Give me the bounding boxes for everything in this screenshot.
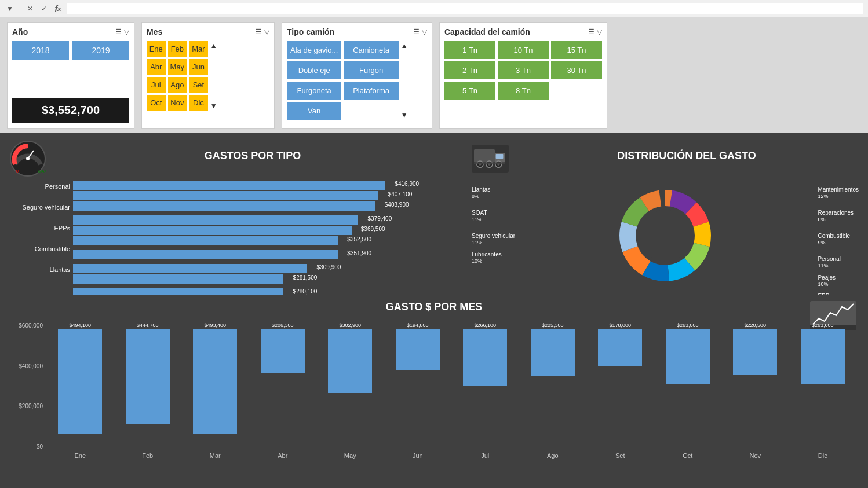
svg-rect-15 [474, 162, 505, 163]
vbar-fill-ago [531, 329, 575, 376]
truck-type-doble-eje-btn[interactable]: Doble eje [287, 61, 341, 79]
month-filter-funnel-icon[interactable]: ▽ [264, 28, 269, 36]
filters-area: Año ☰ ▽ 2018 2019 $3,552,700 Mes ☰ ▽ Ene… [0, 17, 868, 133]
month-nov-btn[interactable]: Nov [168, 95, 187, 111]
donut-label-llantas: Llantas8% [472, 186, 515, 199]
vbar-val-nov: $220,500 [744, 322, 766, 328]
truck-type-furgoneta-btn[interactable]: Furgoneta [287, 82, 341, 100]
label-combustible: Combustible [9, 243, 70, 255]
year-2019-button[interactable]: 2019 [72, 41, 129, 60]
capacity-list-icon[interactable]: ☰ [588, 28, 595, 36]
gastos-por-tipo-chart: 0 MAX GASTOS POR TIPO Personal Seguro ve… [0, 133, 462, 295]
formula-icon[interactable]: fx [53, 3, 63, 14]
hbar-chart-area: Personal Seguro vehicular EPPs Combustib… [9, 181, 453, 306]
close-icon[interactable]: ✕ [25, 3, 35, 14]
month-ene-btn[interactable]: Ene [147, 41, 166, 57]
bar-val-7: $351,900 [347, 250, 371, 256]
label-personal: Personal [9, 181, 70, 192]
month-may-btn[interactable]: May [168, 59, 187, 75]
bar-val-4: $379,400 [368, 215, 392, 222]
vbar-fill-oct [666, 329, 710, 384]
year-filter-list-icon[interactable]: ☰ [115, 28, 122, 36]
truck-type-plataforma-btn[interactable]: Plataforma [344, 82, 398, 100]
month-set-btn[interactable]: Set [189, 77, 208, 93]
truck-scroll-down-icon[interactable]: ▼ [401, 112, 408, 119]
vbar-x-axis: Ene Feb Mar Abr May Jun Jul Ago Set Oct … [46, 452, 856, 459]
vbar-ene: $494,100 [46, 322, 114, 450]
bar-val-5: $369,500 [361, 226, 385, 232]
truck-scroll-up-icon[interactable]: ▲ [401, 42, 408, 49]
truck-type-van-btn[interactable]: Van [287, 102, 341, 120]
vbar-jun: $194,800 [384, 322, 452, 450]
capacity-3tn-btn[interactable]: 3 Tn [498, 61, 549, 79]
gastos-title-container: GASTOS POR TIPO [52, 150, 453, 168]
capacity-15tn-btn[interactable]: 15 Tn [551, 41, 602, 59]
vbar-y-axis: $600,000 $400,000 $200,000 $0 [12, 322, 45, 450]
x-label-may: May [316, 452, 384, 459]
svg-point-26 [639, 210, 691, 262]
vbar-fill-feb [126, 329, 170, 424]
bar-val-10: $280,100 [293, 288, 318, 295]
month-oct-btn[interactable]: Oct [147, 95, 166, 111]
truck-type-scroll-wrapper: Ala de gavio... Camioneta Doble eje Furg… [287, 41, 427, 120]
month-abr-btn[interactable]: Abr [147, 59, 166, 75]
vbar-bars-container: $494,100 $444,700 $493,400 $206,300 $302… [46, 322, 856, 450]
distribucion-chart-title: DISTRIBUCIÓN DEL GASTO [515, 150, 859, 162]
vbar-fill-jul [463, 329, 507, 386]
formula-bar[interactable] [67, 3, 863, 14]
distribucion-header-row: DISTRIBUCIÓN DEL GASTO [472, 140, 859, 177]
x-label-jul: Jul [451, 452, 519, 459]
month-feb-btn[interactable]: Feb [168, 41, 187, 57]
truck-type-list-icon[interactable]: ☰ [413, 28, 420, 36]
vbar-val-feb: $444,700 [137, 322, 159, 328]
y-label-600k: $600,000 [19, 322, 43, 329]
x-label-set: Set [586, 452, 654, 459]
x-label-jun: Jun [384, 452, 452, 459]
vbar-chart-area: $600,000 $400,000 $200,000 $0 $494,100 $… [12, 322, 856, 473]
dropdown-arrow-icon[interactable]: ▼ [5, 3, 15, 14]
year-buttons: 2018 2019 [12, 41, 129, 60]
month-mar-btn[interactable]: Mar [189, 41, 208, 57]
vbar-dic: $263,600 [789, 322, 857, 450]
bar-personal-1: $416,900 [73, 181, 413, 190]
y-label-200k: $200,000 [19, 403, 43, 409]
month-scroll-wrapper: Ene Feb Mar Abr May Jun Jul Ago Set Oct … [147, 41, 269, 111]
vbar-may: $302,900 [316, 322, 384, 450]
x-label-feb: Feb [114, 452, 182, 459]
gasto-mes-header: GASTO $ POR MES [12, 301, 856, 319]
year-filter-funnel-icon[interactable]: ▽ [124, 28, 129, 36]
month-dic-btn[interactable]: Dic [189, 95, 208, 111]
x-label-ago: Ago [519, 452, 587, 459]
year-2018-button[interactable]: 2018 [12, 41, 69, 60]
x-label-ene: Ene [46, 452, 114, 459]
capacity-2tn-btn[interactable]: 2 Tn [444, 61, 495, 79]
label-llantas: Llantas [9, 264, 70, 276]
capacity-8tn-btn[interactable]: 8 Tn [498, 82, 549, 100]
scroll-down-icon[interactable]: ▼ [210, 102, 217, 109]
bar-val-1: $416,900 [395, 181, 419, 187]
capacity-1tn-btn[interactable]: 1 Tn [444, 41, 495, 59]
month-ago-btn[interactable]: Ago [168, 77, 187, 93]
month-jun-btn[interactable]: Jun [189, 59, 208, 75]
vbar-fill-nov [733, 329, 777, 375]
capacity-filter-header: Capacidad del camión ☰ ▽ [444, 27, 602, 36]
vbar-val-abr: $206,300 [272, 322, 294, 328]
capacity-funnel-icon[interactable]: ▽ [597, 28, 602, 36]
year-filter-title: Año [12, 27, 28, 36]
capacity-5tn-btn[interactable]: 5 Tn [444, 82, 495, 100]
donut-chart-area: Llantas8% SOAT11% Seguro vehicular11% Lu… [472, 181, 859, 291]
scroll-up-icon[interactable]: ▲ [210, 42, 217, 49]
capacity-grid: 1 Tn 10 Tn 15 Tn 2 Tn 3 Tn 30 Tn 5 Tn 8 … [444, 41, 602, 100]
truck-type-ala-btn[interactable]: Ala de gavio... [287, 41, 341, 59]
truck-type-funnel-icon[interactable]: ▽ [422, 28, 427, 36]
month-jul-btn[interactable]: Jul [147, 77, 166, 93]
capacity-30tn-btn[interactable]: 30 Tn [551, 61, 602, 79]
checkmark-icon[interactable]: ✓ [39, 3, 49, 14]
capacity-10tn-btn[interactable]: 10 Tn [498, 41, 549, 59]
vbar-val-may: $302,900 [339, 322, 361, 328]
month-filter-title: Mes [147, 27, 162, 36]
truck-type-grid: Ala de gavio... Camioneta Doble eje Furg… [287, 41, 399, 120]
truck-type-camioneta-btn[interactable]: Camioneta [344, 41, 398, 59]
truck-type-furgon-btn[interactable]: Furgon [344, 61, 398, 79]
month-filter-list-icon[interactable]: ☰ [256, 28, 262, 36]
